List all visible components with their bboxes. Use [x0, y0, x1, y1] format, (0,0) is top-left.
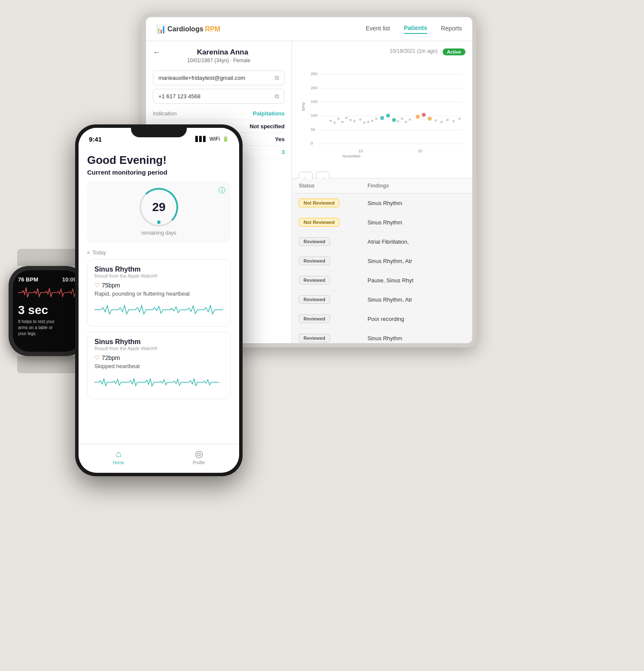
brand-name: Cardiologs — [167, 25, 204, 33]
svg-point-41 — [453, 120, 455, 123]
event-findings-cell: Poor recording — [368, 316, 465, 322]
svg-text:250: 250 — [311, 72, 317, 76]
svg-point-27 — [375, 118, 377, 120]
profile-icon: ◎ — [195, 448, 203, 459]
svg-point-36 — [405, 121, 407, 123]
nav-reports[interactable]: Reports — [441, 25, 462, 33]
nav-patients[interactable]: Patients — [404, 24, 427, 34]
indication-label: Indication — [153, 110, 177, 117]
patient-name: Karenina Anna — [153, 48, 285, 57]
days-remaining-circle: 29 — [140, 188, 178, 227]
event-card-1[interactable]: Sinus Rhythm Result from the Apple Watch… — [87, 259, 231, 326]
patient-phone-field: +1 617 123 4568 ⧉ — [153, 89, 285, 104]
svg-text:BPM: BPM — [301, 102, 306, 111]
events-table-header: Status Findings — [292, 178, 472, 193]
event-row[interactable]: Reviewed Pause, Sinus Rhyt — [292, 271, 472, 290]
svg-point-19 — [341, 121, 344, 123]
status-badge: Not Reviewed — [299, 199, 339, 207]
phone-tabbar: ⌂ Home ◎ Profile — [79, 444, 239, 473]
event-2-bpm: ♡ 72bpm — [94, 354, 223, 361]
home-tab-label: Home — [113, 460, 125, 465]
wifi-icon: WiFi — [210, 136, 220, 142]
svg-point-23 — [359, 118, 361, 121]
event-2-subtitle: Result from the Apple Watch® — [94, 346, 223, 351]
anticoagulated-value: Yes — [275, 136, 285, 142]
svg-text:20: 20 — [418, 149, 422, 153]
svg-point-29 — [386, 114, 390, 118]
svg-point-28 — [380, 116, 384, 120]
svg-point-16 — [329, 120, 332, 122]
event-findings-cell: Sinus Rhythm — [368, 335, 465, 342]
event-row[interactable]: Reviewed Sinus Rhythm, Atr — [292, 251, 472, 271]
event-card-2[interactable]: Sinus Rhythm Result from the Apple Watch… — [87, 332, 231, 399]
watch-screen: 76 BPM 10:09 3 sec It helps to rest your… — [13, 270, 82, 352]
bpm-chart-svg: 250 200 150 100 50 0 BPM — [299, 59, 465, 166]
bpm-chart-area: 10/19/2021 (1m ago) Active 250 200 150 1… — [292, 41, 472, 178]
event-findings-cell: Sinus Rhythm — [368, 219, 465, 226]
circle-indicator — [157, 221, 161, 224]
back-button[interactable]: ← — [153, 48, 161, 57]
signal-icon: ▋▋▋ — [195, 136, 207, 142]
events-table: Status Findings Not Reviewed Sinus Rhyth… — [292, 178, 472, 343]
event-row[interactable]: Reviewed Atrial Fibrillation, — [292, 232, 472, 251]
event-status-cell: Reviewed — [299, 276, 368, 284]
brand-rpm: RPM — [205, 25, 221, 33]
info-button[interactable]: ⓘ — [219, 186, 225, 195]
patient-phone: +1 617 123 4568 — [158, 93, 200, 100]
nav-event-list[interactable]: Event list — [366, 25, 390, 33]
phone-screen: 9:41 ▋▋▋ WiFi 🔋 Good Evening! Current mo… — [79, 128, 239, 473]
watch-duration: 3 sec — [18, 303, 48, 317]
status-badge: Reviewed — [299, 334, 330, 342]
days-remaining-number: 29 — [152, 200, 165, 214]
heart-icon-2: ♡ — [94, 354, 100, 361]
event-status-cell: Not Reviewed — [299, 199, 368, 207]
event-row[interactable]: Reviewed Sinus Rhythm, Atr — [292, 290, 472, 309]
today-text: Today — [92, 250, 106, 256]
monitoring-period-title: Current monitoring period — [87, 169, 231, 176]
svg-point-33 — [428, 117, 431, 121]
svg-point-34 — [397, 120, 399, 123]
medication-value: Not specified — [249, 123, 285, 130]
svg-point-24 — [363, 121, 366, 124]
svg-text:19: 19 — [358, 149, 363, 153]
home-icon: ⌂ — [115, 448, 121, 459]
watch-bpm-row: 76 BPM 10:09 — [18, 276, 76, 283]
ecg-wave-2 — [94, 374, 223, 391]
tab-home[interactable]: ⌂ Home — [113, 448, 125, 465]
copy-email-icon[interactable]: ⧉ — [275, 74, 279, 82]
battery-icon: 🔋 — [222, 136, 229, 142]
brand-icon: 📊 — [156, 24, 166, 34]
svg-point-17 — [333, 121, 336, 124]
indication-value: Palpitations — [253, 110, 285, 117]
monitoring-info-row: 10/19/2021 (1m ago) Active — [299, 48, 465, 56]
patient-header: ← Karenina Anna 10/01/1987 (34yo) · Fema… — [153, 48, 285, 63]
svg-point-25 — [367, 121, 370, 123]
status-badge: Reviewed — [299, 276, 330, 284]
profile-tab-label: Profile — [193, 460, 205, 465]
indication-row: Indication Palpitations — [153, 107, 285, 120]
event-status-cell: Reviewed — [299, 334, 368, 342]
event-row[interactable]: Reviewed Poor recording — [292, 309, 472, 329]
tab-profile[interactable]: ◎ Profile — [193, 448, 205, 465]
watch-instruction: It helps to rest yourarms on a table ory… — [18, 319, 55, 337]
status-badge: Reviewed — [299, 314, 330, 323]
ecg-wave-1 — [94, 301, 223, 318]
event-1-bpm: ♡ 75bpm — [94, 282, 223, 289]
event-row[interactable]: Reviewed Sinus Rhythm — [292, 329, 472, 343]
event-row[interactable]: Not Reviewed Sinus Rhythm — [292, 213, 472, 232]
svg-text:100: 100 — [311, 113, 317, 118]
watch-ecg-display — [18, 284, 76, 301]
monitoring-date: 10/19/2021 (1m ago) — [390, 48, 437, 54]
event-row[interactable]: Not Reviewed Sinus Rhythm — [292, 193, 472, 213]
event-2-title: Sinus Rhythm — [94, 338, 223, 346]
phone-notch — [131, 124, 187, 137]
copy-phone-icon[interactable]: ⧉ — [275, 93, 279, 100]
brand-logo: 📊 Cardiologs RPM — [156, 24, 220, 34]
event-1-subtitle: Result from the Apple Watch® — [94, 273, 223, 278]
event-status-cell: Reviewed — [299, 257, 368, 265]
status-badge: Not Reviewed — [299, 218, 339, 227]
event-findings-cell: Sinus Rhythm — [368, 200, 465, 206]
svg-point-20 — [345, 117, 348, 119]
svg-text:150: 150 — [311, 100, 317, 104]
today-dot — [87, 251, 90, 254]
